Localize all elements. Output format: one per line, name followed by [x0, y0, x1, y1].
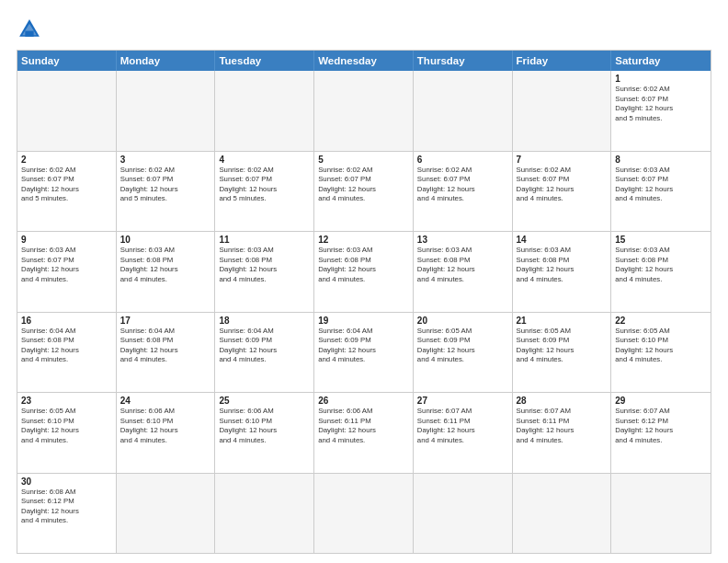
calendar-cell: 21Sunrise: 6:05 AM Sunset: 6:09 PM Dayli…: [513, 313, 612, 393]
calendar-cell: 17Sunrise: 6:04 AM Sunset: 6:08 PM Dayli…: [117, 313, 216, 393]
page-header: [17, 17, 711, 42]
calendar-cell: [215, 71, 314, 151]
day-number: 18: [219, 316, 310, 326]
day-number: 4: [219, 155, 310, 165]
calendar-cell: [215, 474, 314, 554]
sun-info: Sunrise: 6:03 AM Sunset: 6:07 PM Dayligh…: [21, 246, 112, 284]
day-number: 17: [120, 316, 211, 326]
day-number: 5: [318, 155, 409, 165]
day-number: 14: [517, 235, 608, 245]
calendar-header-cell: Tuesday: [215, 51, 314, 71]
calendar-header-cell: Monday: [117, 51, 216, 71]
calendar-cell: 13Sunrise: 6:03 AM Sunset: 6:08 PM Dayli…: [414, 232, 513, 312]
calendar-cell: [513, 71, 612, 151]
calendar-cell: [117, 71, 216, 151]
calendar-row: 23Sunrise: 6:05 AM Sunset: 6:10 PM Dayli…: [17, 392, 711, 473]
calendar-row: 1Sunrise: 6:02 AM Sunset: 6:07 PM Daylig…: [17, 71, 711, 151]
calendar-cell: [314, 71, 414, 151]
calendar-cell: 6Sunrise: 6:02 AM Sunset: 6:07 PM Daylig…: [414, 152, 513, 232]
calendar-cell: [611, 474, 711, 554]
sun-info: Sunrise: 6:03 AM Sunset: 6:08 PM Dayligh…: [417, 246, 508, 284]
sun-info: Sunrise: 6:02 AM Sunset: 6:07 PM Dayligh…: [21, 166, 112, 204]
calendar-cell: 27Sunrise: 6:07 AM Sunset: 6:11 PM Dayli…: [414, 393, 513, 473]
sun-info: Sunrise: 6:03 AM Sunset: 6:08 PM Dayligh…: [120, 246, 211, 284]
sun-info: Sunrise: 6:03 AM Sunset: 6:08 PM Dayligh…: [517, 246, 608, 284]
day-number: 26: [318, 396, 409, 406]
calendar-row: 30Sunrise: 6:08 AM Sunset: 6:12 PM Dayli…: [17, 473, 711, 554]
day-number: 21: [517, 316, 608, 326]
calendar-cell: 15Sunrise: 6:03 AM Sunset: 6:08 PM Dayli…: [611, 232, 711, 312]
calendar-cell: [513, 474, 612, 554]
sun-info: Sunrise: 6:07 AM Sunset: 6:12 PM Dayligh…: [615, 407, 707, 445]
calendar-cell: 28Sunrise: 6:07 AM Sunset: 6:11 PM Dayli…: [513, 393, 612, 473]
day-number: 11: [219, 235, 310, 245]
sun-info: Sunrise: 6:04 AM Sunset: 6:08 PM Dayligh…: [120, 327, 211, 365]
calendar-cell: [17, 71, 117, 151]
calendar-cell: 16Sunrise: 6:04 AM Sunset: 6:08 PM Dayli…: [17, 313, 117, 393]
day-number: 16: [21, 316, 112, 326]
sun-info: Sunrise: 6:05 AM Sunset: 6:10 PM Dayligh…: [615, 327, 707, 365]
calendar-cell: 25Sunrise: 6:06 AM Sunset: 6:10 PM Dayli…: [215, 393, 314, 473]
day-number: 3: [120, 155, 211, 165]
sun-info: Sunrise: 6:07 AM Sunset: 6:11 PM Dayligh…: [417, 407, 508, 445]
day-number: 24: [120, 396, 211, 406]
day-number: 28: [517, 396, 608, 406]
sun-info: Sunrise: 6:08 AM Sunset: 6:12 PM Dayligh…: [21, 488, 112, 526]
calendar-cell: 1Sunrise: 6:02 AM Sunset: 6:07 PM Daylig…: [611, 71, 711, 151]
sun-info: Sunrise: 6:06 AM Sunset: 6:10 PM Dayligh…: [219, 407, 310, 445]
sun-info: Sunrise: 6:02 AM Sunset: 6:07 PM Dayligh…: [615, 85, 707, 123]
calendar-cell: 30Sunrise: 6:08 AM Sunset: 6:12 PM Dayli…: [17, 474, 117, 554]
day-number: 8: [615, 155, 707, 165]
calendar-cell: 18Sunrise: 6:04 AM Sunset: 6:09 PM Dayli…: [215, 313, 314, 393]
calendar-cell: 5Sunrise: 6:02 AM Sunset: 6:07 PM Daylig…: [314, 152, 414, 232]
day-number: 12: [318, 235, 409, 245]
sun-info: Sunrise: 6:03 AM Sunset: 6:08 PM Dayligh…: [318, 246, 409, 284]
day-number: 2: [21, 155, 112, 165]
calendar-cell: 3Sunrise: 6:02 AM Sunset: 6:07 PM Daylig…: [117, 152, 216, 232]
day-number: 15: [615, 235, 707, 245]
calendar-header-cell: Wednesday: [314, 51, 414, 71]
sun-info: Sunrise: 6:07 AM Sunset: 6:11 PM Dayligh…: [517, 407, 608, 445]
sun-info: Sunrise: 6:05 AM Sunset: 6:10 PM Dayligh…: [21, 407, 112, 445]
sun-info: Sunrise: 6:03 AM Sunset: 6:08 PM Dayligh…: [219, 246, 310, 284]
calendar-header: SundayMondayTuesdayWednesdayThursdayFrid…: [17, 51, 711, 71]
calendar-cell: [414, 474, 513, 554]
calendar-cell: 14Sunrise: 6:03 AM Sunset: 6:08 PM Dayli…: [513, 232, 612, 312]
sun-info: Sunrise: 6:02 AM Sunset: 6:07 PM Dayligh…: [517, 166, 608, 204]
calendar-header-cell: Friday: [513, 51, 612, 71]
logo-icon: [17, 17, 42, 42]
calendar-header-cell: Sunday: [17, 51, 117, 71]
calendar-cell: 26Sunrise: 6:06 AM Sunset: 6:11 PM Dayli…: [314, 393, 414, 473]
sun-info: Sunrise: 6:02 AM Sunset: 6:07 PM Dayligh…: [219, 166, 310, 204]
calendar-cell: 2Sunrise: 6:02 AM Sunset: 6:07 PM Daylig…: [17, 152, 117, 232]
day-number: 27: [417, 396, 508, 406]
calendar-cell: 8Sunrise: 6:03 AM Sunset: 6:07 PM Daylig…: [611, 152, 711, 232]
sun-info: Sunrise: 6:04 AM Sunset: 6:08 PM Dayligh…: [21, 327, 112, 365]
calendar-cell: 11Sunrise: 6:03 AM Sunset: 6:08 PM Dayli…: [215, 232, 314, 312]
calendar-cell: 10Sunrise: 6:03 AM Sunset: 6:08 PM Dayli…: [117, 232, 216, 312]
calendar: SundayMondayTuesdayWednesdayThursdayFrid…: [17, 50, 711, 554]
calendar-cell: 24Sunrise: 6:06 AM Sunset: 6:10 PM Dayli…: [117, 393, 216, 473]
sun-info: Sunrise: 6:02 AM Sunset: 6:07 PM Dayligh…: [318, 166, 409, 204]
day-number: 9: [21, 235, 112, 245]
day-number: 19: [318, 316, 409, 326]
day-number: 13: [417, 235, 508, 245]
day-number: 6: [417, 155, 508, 165]
calendar-cell: 7Sunrise: 6:02 AM Sunset: 6:07 PM Daylig…: [513, 152, 612, 232]
sun-info: Sunrise: 6:03 AM Sunset: 6:07 PM Dayligh…: [615, 166, 707, 204]
svg-rect-2: [25, 31, 33, 37]
sun-info: Sunrise: 6:06 AM Sunset: 6:11 PM Dayligh…: [318, 407, 409, 445]
sun-info: Sunrise: 6:04 AM Sunset: 6:09 PM Dayligh…: [219, 327, 310, 365]
calendar-header-cell: Saturday: [611, 51, 711, 71]
sun-info: Sunrise: 6:04 AM Sunset: 6:09 PM Dayligh…: [318, 327, 409, 365]
day-number: 22: [615, 316, 707, 326]
day-number: 20: [417, 316, 508, 326]
day-number: 7: [517, 155, 608, 165]
sun-info: Sunrise: 6:05 AM Sunset: 6:09 PM Dayligh…: [417, 327, 508, 365]
calendar-cell: [314, 474, 414, 554]
calendar-row: 16Sunrise: 6:04 AM Sunset: 6:08 PM Dayli…: [17, 312, 711, 393]
calendar-cell: 4Sunrise: 6:02 AM Sunset: 6:07 PM Daylig…: [215, 152, 314, 232]
day-number: 30: [21, 477, 112, 487]
sun-info: Sunrise: 6:05 AM Sunset: 6:09 PM Dayligh…: [517, 327, 608, 365]
calendar-cell: [414, 71, 513, 151]
